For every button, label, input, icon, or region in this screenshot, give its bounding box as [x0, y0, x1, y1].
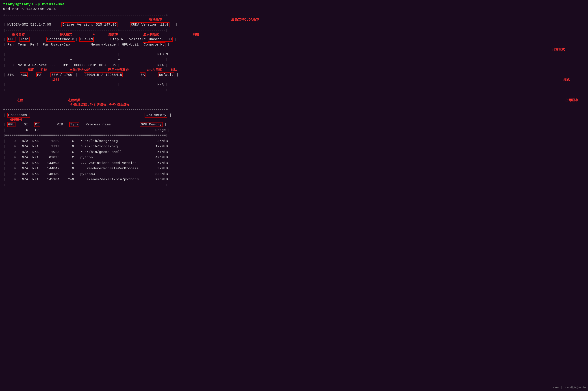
processes-label-box: Processes:	[7, 113, 30, 117]
process-separator: |=======================================…	[3, 133, 585, 138]
top-border: +---------------------------------------…	[3, 12, 585, 18]
ann-process-type-desc: G-图形进程，C-计算进程，G+C-混合进程	[71, 102, 129, 106]
ann-gpu-memory: 占用显存	[566, 98, 578, 102]
ann-model: 型号名称	[12, 33, 39, 36]
spacer	[3, 93, 585, 98]
ann-cuda-version: 最高支持CUDA版本	[200, 18, 290, 22]
process-row-3: | 0 N/A N/A 61835 C python 494MiB |	[3, 155, 585, 160]
type-col-box: Type	[69, 122, 79, 127]
bottom-border-final: +---------------------------------------…	[3, 182, 585, 188]
name-col-box: Name	[19, 37, 30, 42]
process-header-row3: | ID ID Usage |	[3, 127, 585, 133]
process-row-0: | 0 N/A N/A 1229 G /usr/lib/xorg/Xorg 35…	[3, 138, 585, 144]
process-row-6: | 0 N/A N/A 145130 C python3 838MiB |	[3, 171, 585, 177]
ci-col-box: CI	[34, 122, 40, 127]
process-row-2: | 0 N/A N/A 1923 G /usr/bin/gnome-shell …	[3, 149, 585, 155]
compute-m-box: Compute M.	[143, 42, 165, 47]
ann-mode: 模式	[549, 78, 571, 82]
ann-gpu-util: GPU占用率	[147, 68, 162, 72]
process-header-row2: | GPU GI CI PID Type Process name GPU Me…	[3, 122, 585, 127]
default-box: Default	[158, 73, 174, 77]
ann-driver-version: 驱动版本	[111, 18, 200, 22]
process-row-1: | 0 N/A N/A 1793 G /usr/lib/xorg/Xorg 17…	[3, 144, 585, 149]
gpu-col-h-box: GPU	[7, 122, 15, 127]
dashed-line-1: |-------------------------------+-------…	[3, 28, 585, 33]
gpu-header-row2: | Fan Temp Perf Pwr:Usage/Cap| Memory-Us…	[3, 42, 585, 47]
ann-persistence: 持久模式	[39, 33, 93, 36]
power-box: 35W / 170W	[50, 73, 73, 77]
ann-bus-id: 总线ID	[95, 33, 131, 36]
double-line: |===============================+=======…	[3, 57, 585, 62]
ann-level: 级别	[53, 78, 59, 82]
gpu-data-row2: | 31% 43C P2 35W / 170W | 2003MiB / 1228…	[3, 72, 585, 78]
ann-ecc: 纠错	[173, 33, 218, 36]
ann-memory: 已用/全部显存	[108, 68, 129, 72]
persistence-col-box: Persistence-M	[46, 37, 75, 42]
gpu-data-row1: | 0 NVIDIA GeForce ... Off | 00000000:01…	[3, 63, 585, 68]
cuda-version-box: CUDA Version: 12.0	[130, 22, 169, 27]
gpu-util-box: 3%	[140, 73, 146, 77]
ann-gpu-num: GPU编号	[7, 118, 25, 122]
gpu-data-row3: | | | N/A |	[3, 82, 585, 87]
prompt-line: tianyu@tianyu:~$ nvidia-smi	[3, 2, 585, 6]
driver-version-box: Driver Version: 525.147.05	[62, 22, 117, 27]
ann-spacer	[3, 18, 111, 22]
process-row-4: | 0 N/A N/A 144693 G ...-variations-seed…	[3, 160, 585, 166]
ann-default: 默认	[171, 68, 177, 72]
ann-perf: 性能	[41, 68, 47, 72]
bottom-border-1: +---------------------------------------…	[3, 87, 585, 93]
memory-box: 2003MiB / 12288MiB	[84, 73, 123, 77]
ann-compute-mode: 计算模式	[531, 48, 567, 52]
smi-version-row: | NVIDIA-SMI 525.147.05 Driver Version: …	[3, 22, 585, 27]
watermark: CSDN @ —CSDN用户名5mile	[553, 386, 586, 389]
gpu-header-row1: | GPU Name Persistence-M| Bus-Id Disp.A …	[3, 37, 585, 42]
ann-process: 进程	[17, 98, 23, 102]
process-row-7: | 0 N/A N/A 145184 C+G ...a/envs/dexart/…	[3, 177, 585, 182]
gpu-memory-usage-box: GPU Memory	[145, 113, 167, 117]
ann-disp: 显示初始化	[135, 33, 167, 36]
gpu-col-box: GPU	[7, 37, 15, 42]
ann-temp: 温度	[28, 68, 34, 72]
process-top-border: +---------------------------------------…	[3, 107, 585, 112]
process-row-5: | 0 N/A N/A 144847 G ...RendererForSiteP…	[3, 166, 585, 171]
date-line: Wed Mar 6 14:33:45 2024	[3, 7, 585, 11]
ann-power: 当前/最大功耗	[70, 68, 90, 72]
process-header-row1: | Processes: GPU Memory |	[3, 112, 585, 118]
ann-process-type-label: 进程种类：	[68, 98, 83, 102]
gpu-memory-col-box: GPU Memory	[140, 122, 162, 127]
temp-box: 43C	[20, 73, 28, 77]
terminal: tianyu@tianyu:~$ nvidia-smi Wed Mar 6 14…	[3, 2, 585, 188]
gpu-header-row3: | | | MIG M. |	[3, 52, 585, 57]
uncorr-ecc-col-box: Uncorr. ECC	[148, 37, 173, 42]
perf-box: P2	[36, 73, 42, 77]
bus-id-col-box: Bus-Id	[79, 37, 94, 42]
